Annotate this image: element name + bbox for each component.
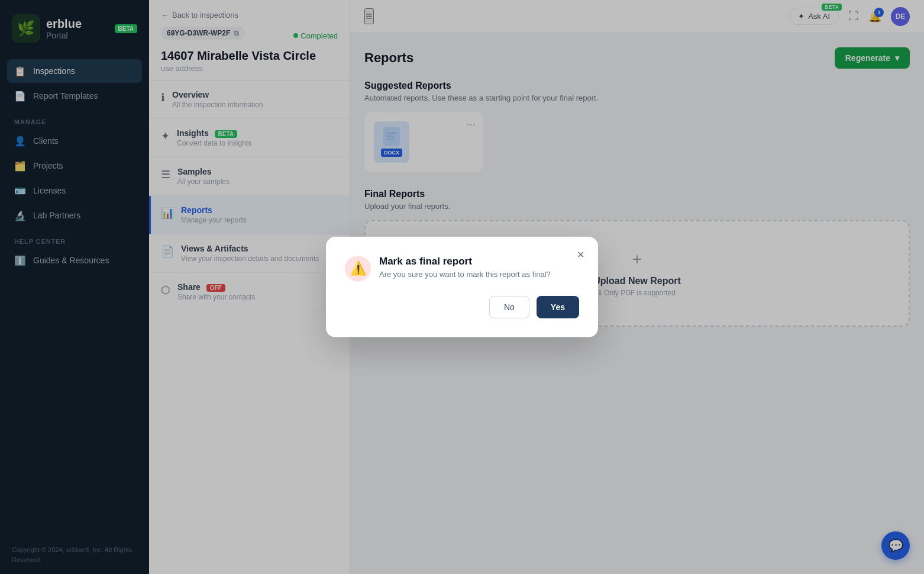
dialog-actions: No Yes	[345, 296, 579, 318]
mark-as-final-dialog: ✕ ⚠️ Mark as final report Are you sure y…	[326, 237, 598, 337]
dialog-text-block: Mark as final report Are you sure you wa…	[379, 256, 551, 279]
dialog-no-button[interactable]: No	[489, 296, 529, 318]
warning-triangle-icon: ⚠️	[350, 261, 366, 276]
dialog-header: ⚠️ Mark as final report Are you sure you…	[345, 256, 579, 282]
dialog-yes-button[interactable]: Yes	[537, 296, 579, 318]
warning-icon: ⚠️	[345, 256, 371, 282]
dialog-overlay: ✕ ⚠️ Mark as final report Are you sure y…	[0, 0, 924, 574]
dialog-desc: Are you sure you want to mark this repor…	[379, 270, 551, 279]
dialog-close-button[interactable]: ✕	[572, 246, 589, 263]
dialog-title: Mark as final report	[379, 256, 551, 267]
